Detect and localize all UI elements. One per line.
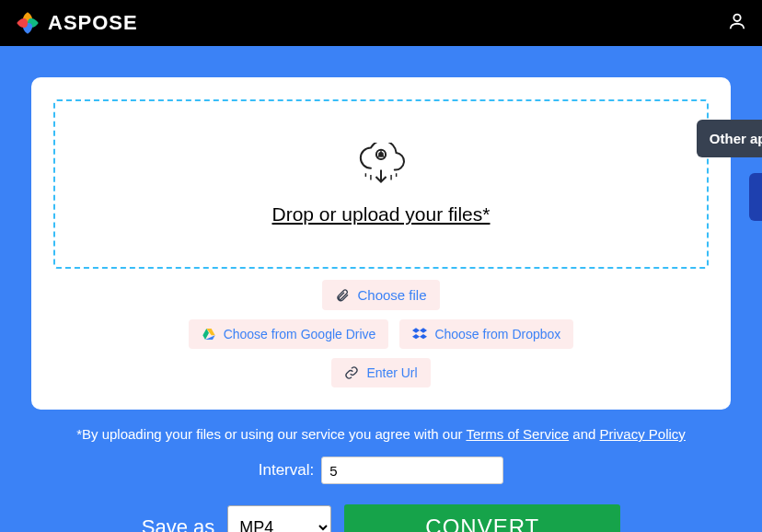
source-buttons: Choose file Choose from Google Drive Cho… bbox=[53, 280, 709, 387]
disclaimer-and: and bbox=[569, 426, 599, 442]
privacy-link[interactable]: Privacy Policy bbox=[600, 426, 686, 442]
user-icon[interactable] bbox=[727, 11, 747, 35]
other-apps-tab[interactable]: Other apps bbox=[697, 120, 762, 157]
google-drive-button[interactable]: Choose from Google Drive bbox=[189, 319, 389, 349]
dropbox-button[interactable]: Choose from Dropbox bbox=[399, 319, 573, 349]
file-dropzone[interactable]: Drop or upload your files* bbox=[53, 99, 709, 269]
convert-button[interactable]: CONVERT bbox=[344, 504, 620, 532]
attachment-icon bbox=[335, 288, 350, 303]
save-as-label: Save as bbox=[142, 515, 215, 532]
aspose-swirl-icon bbox=[15, 10, 40, 36]
interval-label: Interval: bbox=[259, 461, 314, 480]
choose-file-label: Choose file bbox=[357, 287, 426, 303]
interval-input[interactable] bbox=[321, 457, 503, 484]
brand-logo[interactable]: ASPOSE bbox=[15, 10, 138, 36]
dropzone-heading: Drop or upload your files* bbox=[272, 203, 491, 226]
main-content: Drop or upload your files* Choose file C… bbox=[0, 46, 762, 532]
upload-card: Drop or upload your files* Choose file C… bbox=[31, 77, 731, 410]
format-select[interactable]: MP4 bbox=[227, 505, 331, 532]
google-drive-label: Choose from Google Drive bbox=[224, 327, 376, 341]
choose-file-button[interactable]: Choose file bbox=[322, 280, 439, 310]
google-drive-icon bbox=[202, 327, 216, 341]
app-header: ASPOSE bbox=[0, 0, 762, 46]
brand-name: ASPOSE bbox=[48, 11, 138, 35]
enter-url-label: Enter Url bbox=[366, 365, 417, 380]
enter-url-button[interactable]: Enter Url bbox=[331, 358, 430, 387]
disclaimer-prefix: *By uploading your files or using our se… bbox=[76, 426, 466, 442]
svg-point-1 bbox=[733, 15, 740, 21]
cloud-upload-icon bbox=[353, 143, 409, 191]
convert-row: Save as MP4 CONVERT bbox=[31, 504, 731, 532]
disclaimer-text: *By uploading your files or using our se… bbox=[31, 426, 731, 442]
link-icon bbox=[344, 365, 359, 380]
dropbox-label: Choose from Dropbox bbox=[434, 327, 560, 341]
interval-row: Interval: bbox=[31, 457, 731, 484]
dropbox-icon bbox=[412, 327, 427, 341]
terms-link[interactable]: Terms of Service bbox=[466, 426, 569, 442]
side-handle[interactable] bbox=[749, 173, 762, 221]
